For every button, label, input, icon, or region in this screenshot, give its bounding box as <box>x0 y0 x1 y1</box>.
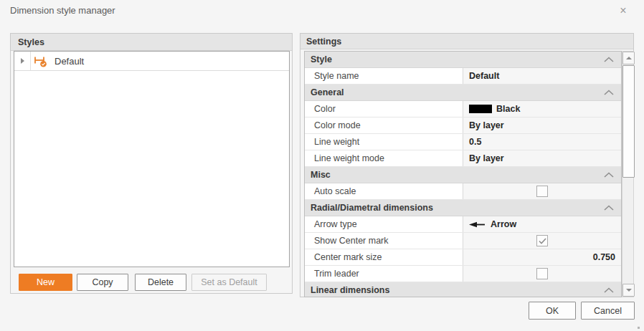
delete-button[interactable]: Delete <box>135 274 186 291</box>
section-title: Radial/Diametral dimensions <box>311 203 604 213</box>
set-as-default-button: Set as Default <box>191 274 267 291</box>
triangle-down-icon <box>626 289 632 292</box>
left-arrow-icon <box>469 221 486 228</box>
show-center-mark-checkbox[interactable] <box>536 235 548 246</box>
setting-value-cell[interactable] <box>463 183 621 199</box>
setting-label: Auto scale <box>305 183 463 199</box>
setting-label: Center mark size <box>305 249 463 265</box>
setting-value: By layer <box>469 120 504 130</box>
section-title: Style <box>311 54 604 64</box>
section-header-general[interactable]: General <box>305 85 621 101</box>
section-title: Linear dimensions <box>311 285 604 295</box>
color-swatch <box>469 105 492 113</box>
style-list-item-default[interactable]: Default <box>14 52 289 71</box>
setting-value: 0.750 <box>593 252 615 262</box>
setting-row-arrow-type: Arrow typeArrow <box>305 216 621 233</box>
new-button[interactable]: New <box>19 274 72 291</box>
close-icon[interactable]: × <box>615 3 631 19</box>
setting-row-show-center-mark: Show Center mark <box>305 233 621 249</box>
section-header-radial-diametral-dimensions[interactable]: Radial/Diametral dimensions <box>305 200 621 216</box>
setting-value: Black <box>496 104 520 114</box>
chevron-up-icon[interactable] <box>604 205 614 211</box>
setting-value-cell[interactable]: Black <box>463 101 621 117</box>
cancel-button[interactable]: Cancel <box>581 302 635 320</box>
setting-value-cell[interactable]: Arrow <box>463 216 621 232</box>
setting-value: 0.5 <box>469 137 481 147</box>
scroll-down-button[interactable] <box>622 284 635 297</box>
settings-grid: StyleStyle nameDefaultGeneralColorBlackC… <box>304 51 622 297</box>
setting-label: Color <box>305 101 463 117</box>
styles-list[interactable]: Default <box>14 51 290 267</box>
section-title: Misc <box>311 170 604 180</box>
dialog-title: Dimension style manager <box>10 5 115 16</box>
setting-value-cell[interactable]: 0.750 <box>463 249 621 265</box>
setting-label: Arrow type <box>305 216 463 232</box>
setting-value-cell[interactable] <box>463 233 621 249</box>
setting-row-center-mark-size: Center mark size0.750 <box>305 249 621 266</box>
section-title: General <box>311 87 604 97</box>
expand-caret-icon[interactable] <box>14 52 30 70</box>
chevron-up-icon[interactable] <box>604 287 614 294</box>
chevron-up-icon[interactable] <box>604 57 614 63</box>
trim-leader-checkbox[interactable] <box>536 268 548 279</box>
setting-row-auto-scale: Auto scale <box>305 183 621 200</box>
setting-value-cell[interactable]: Default <box>463 68 621 84</box>
style-item-label: Default <box>55 56 84 67</box>
setting-label: Style name <box>305 68 463 84</box>
setting-row-trim-leader: Trim leader <box>305 266 621 282</box>
setting-value: Arrow <box>491 219 516 229</box>
setting-label: Color mode <box>305 117 463 133</box>
setting-row-color-mode: Color modeBy layer <box>305 117 621 134</box>
resize-grip <box>638 327 640 329</box>
dimension-style-default-icon <box>30 52 50 70</box>
setting-row-style-name: Style nameDefault <box>305 68 621 85</box>
chevron-up-icon[interactable] <box>604 172 614 178</box>
auto-scale-checkbox[interactable] <box>536 186 548 197</box>
scroll-up-button[interactable] <box>622 52 635 64</box>
setting-value-cell[interactable]: By layer <box>463 150 621 166</box>
setting-label: Line weight mode <box>305 150 463 166</box>
styles-panel: Styles Default NewCopyDeleteSet as Defau… <box>10 33 293 294</box>
triangle-up-icon <box>626 57 632 59</box>
setting-value-cell[interactable]: 0.5 <box>463 134 621 150</box>
section-header-linear-dimensions[interactable]: Linear dimensions <box>305 282 621 297</box>
settings-scrollbar[interactable] <box>622 51 634 297</box>
section-header-misc[interactable]: Misc <box>305 167 621 183</box>
setting-value-cell[interactable]: By layer <box>463 117 621 133</box>
settings-panel: Settings StyleStyle nameDefaultGeneralCo… <box>300 33 634 297</box>
setting-value: By layer <box>469 153 504 163</box>
setting-label: Show Center mark <box>305 233 463 249</box>
chevron-up-icon[interactable] <box>604 90 614 96</box>
setting-value-cell[interactable] <box>463 266 621 282</box>
section-header-style[interactable]: Style <box>305 52 621 68</box>
setting-row-color: ColorBlack <box>305 101 621 117</box>
styles-panel-header: Styles <box>11 34 292 51</box>
setting-value: Default <box>469 71 499 81</box>
setting-row-line-weight: Line weight0.5 <box>305 134 621 150</box>
setting-label: Line weight <box>305 134 463 150</box>
setting-row-line-weight-mode: Line weight modeBy layer <box>305 150 621 167</box>
ok-button[interactable]: OK <box>529 302 576 320</box>
copy-button[interactable]: Copy <box>77 274 128 291</box>
settings-panel-header: Settings <box>300 34 633 49</box>
setting-label: Trim leader <box>305 266 463 282</box>
scrollbar-thumb[interactable] <box>622 65 635 178</box>
